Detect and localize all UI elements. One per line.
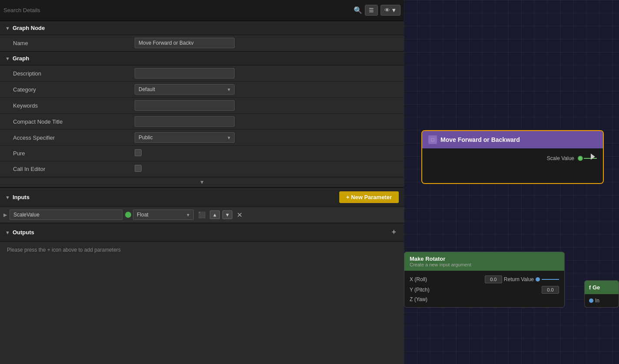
make-rotator-node[interactable]: Make Rotator Create a new input argument…: [404, 252, 565, 308]
category-select[interactable]: Default Custom Movement: [135, 84, 235, 95]
name-input[interactable]: [135, 38, 235, 48]
roll-value-input[interactable]: [485, 275, 502, 283]
search-input[interactable]: [3, 7, 351, 13]
graph-section-header[interactable]: ▼ Graph: [0, 51, 404, 66]
compact-node-title-input[interactable]: [135, 116, 235, 127]
name-label: Name: [13, 40, 135, 46]
properties-content: ▼ Graph Node Name ▼ Graph Description Ca…: [0, 21, 404, 364]
access-specifier-wrapper: Public Protected Private: [135, 132, 235, 143]
partial-node-title: f Ge: [589, 284, 600, 291]
return-value-pin: [536, 277, 540, 282]
inputs-header: ▼ Inputs + New Parameter: [0, 188, 404, 207]
move-forward-node-header: □ Move Forward or Backward: [422, 131, 603, 148]
param-expand-arrow[interactable]: ▶: [3, 212, 7, 218]
param-type-wrapper: Float Integer Boolean String ▼: [125, 210, 194, 220]
outputs-title: Outputs: [13, 229, 34, 236]
scale-value-pin-row: Scale Value: [428, 154, 597, 163]
visibility-button[interactable]: 👁 ▼: [381, 5, 401, 16]
name-value-container: [135, 38, 399, 48]
search-button[interactable]: 🔍: [354, 6, 362, 14]
partial-in-pin: [589, 298, 593, 303]
partial-node-body: In: [585, 294, 619, 307]
return-value-line: [542, 279, 559, 280]
outputs-header-left: ▼ Outputs: [5, 229, 34, 236]
partial-ge-node[interactable]: f Ge In: [584, 280, 619, 308]
scroll-indicator: ▼: [0, 177, 404, 187]
new-parameter-button[interactable]: + New Parameter: [339, 191, 399, 203]
exec-out-pin: [591, 154, 597, 160]
pure-checkbox[interactable]: [135, 149, 142, 156]
access-specifier-label: Access Specifier: [13, 134, 135, 141]
inputs-title: Inputs: [13, 194, 30, 200]
left-panel: 🔍 ☰ 👁 ▼ ▼ Graph Node Name ▼ Graph Descri…: [0, 0, 404, 364]
parameter-row: ▶ Float Integer Boolean String ▼ ⬛ ▲ ▼ ✕: [0, 207, 404, 223]
yaw-label: Z (Yaw): [410, 296, 427, 302]
graph-section-title: Graph: [13, 55, 29, 62]
list-view-button[interactable]: ☰: [365, 5, 378, 16]
keywords-row: Keywords: [0, 98, 404, 114]
pitch-pin-right: [542, 286, 559, 294]
param-delete-button[interactable]: ✕: [235, 210, 244, 220]
category-select-wrapper: Default Custom Movement: [135, 84, 235, 95]
add-output-button[interactable]: +: [389, 227, 399, 238]
compact-node-title-row: Compact Node Title: [0, 114, 404, 130]
description-row: Description: [0, 66, 404, 82]
inputs-section: ▼ Inputs + New Parameter ▶ Float Integer…: [0, 187, 404, 223]
roll-pin-row: X (Roll) Return Value: [410, 274, 559, 285]
param-type-select[interactable]: Float Integer Boolean String: [133, 210, 194, 220]
param-name-input[interactable]: [10, 210, 122, 220]
make-rotator-header: Make Rotator Create a new input argument: [404, 252, 564, 271]
move-forward-node[interactable]: □ Move Forward or Backward Scale Value: [421, 130, 604, 184]
call-in-editor-checkbox[interactable]: [135, 165, 142, 172]
pitch-value-input[interactable]: [542, 286, 559, 294]
graph-node-section-title: Graph Node: [13, 25, 45, 31]
access-specifier-row: Access Specifier Public Protected Privat…: [0, 130, 404, 146]
make-rotator-subtitle: Create a new input argument: [410, 262, 559, 267]
outputs-collapse-arrow: ▼: [5, 230, 10, 235]
category-row: Category Default Custom Movement: [0, 82, 404, 98]
scale-value-pin-dot: [578, 156, 583, 161]
pure-label: Pure: [13, 150, 135, 157]
pitch-pin-row: Y (Pitch): [410, 285, 559, 295]
partial-node-header: f Ge: [585, 281, 619, 294]
param-move-down-button[interactable]: ▼: [222, 210, 232, 219]
param-move-up-button[interactable]: ▲: [210, 210, 220, 219]
eye-icon: 👁: [384, 7, 390, 13]
compact-node-title-label: Compact Node Title: [13, 118, 135, 125]
return-value-label: Return Value: [504, 276, 534, 282]
call-in-editor-label: Call In Editor: [13, 166, 135, 172]
right-panel: □ Move Forward or Backward Scale Value M…: [404, 0, 619, 364]
description-input[interactable]: [135, 68, 235, 79]
graph-section-arrow: ▼: [5, 56, 10, 61]
move-forward-node-body: Scale Value: [422, 148, 603, 183]
pure-checkbox-container: [135, 149, 399, 157]
name-property-row: Name: [0, 35, 404, 51]
pitch-label: Y (Pitch): [410, 287, 430, 293]
search-bar: 🔍 ☰ 👁 ▼: [0, 0, 404, 21]
access-specifier-value-container: Public Protected Private: [135, 132, 399, 143]
call-in-editor-row: Call In Editor: [0, 161, 404, 177]
outputs-header: ▼ Outputs +: [0, 223, 404, 242]
access-specifier-select[interactable]: Public Protected Private: [135, 132, 235, 143]
make-rotator-title: Make Rotator: [410, 256, 559, 262]
keywords-input[interactable]: [135, 100, 235, 111]
node-header-icon: □: [428, 135, 437, 144]
keywords-value-container: [135, 100, 399, 111]
outputs-section: ▼ Outputs + Please press the + icon abov…: [0, 223, 404, 258]
exec-pin-shape: [591, 154, 597, 160]
outputs-empty-message: Please press the + icon above to add par…: [0, 242, 404, 258]
category-value-container: Default Custom Movement: [135, 84, 399, 95]
section-collapse-arrow: ▼: [5, 26, 10, 31]
compact-node-title-value-container: [135, 116, 399, 127]
graph-node-section-header[interactable]: ▼ Graph Node: [0, 21, 404, 35]
param-options-icon[interactable]: ⬛: [196, 210, 207, 219]
eye-dropdown-arrow: ▼: [391, 7, 397, 13]
param-type-color-dot: [125, 212, 131, 218]
inputs-header-left: ▼ Inputs: [5, 194, 30, 200]
call-in-editor-checkbox-container: [135, 165, 399, 173]
description-label: Description: [13, 70, 135, 77]
partial-pin-row: In: [589, 298, 614, 304]
make-rotator-body: X (Roll) Return Value Y (Pitch) Z (Yaw): [404, 271, 564, 307]
roll-label: X (Roll): [410, 276, 427, 282]
yaw-pin-row: Z (Yaw): [410, 295, 559, 304]
